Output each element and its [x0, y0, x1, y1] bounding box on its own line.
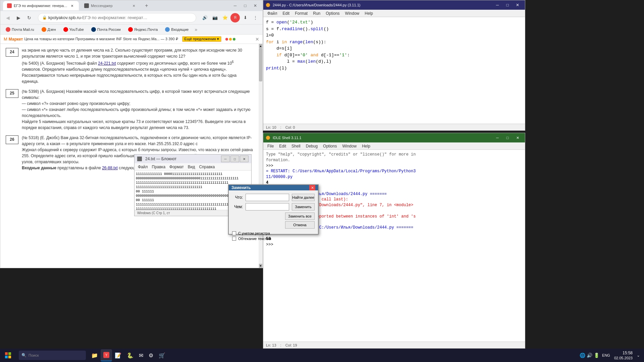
- shell-menu-options[interactable]: Options: [320, 143, 339, 149]
- taskbar-item-store[interactable]: 🛒: [156, 349, 168, 361]
- taskbar-item-mail[interactable]: ✉: [136, 349, 146, 361]
- menu-file[interactable]: Файл: [265, 10, 280, 16]
- taskbar-search[interactable]: 🔍 Поиск: [19, 351, 86, 360]
- forward-button[interactable]: ▶: [14, 13, 23, 22]
- taskbar-item-notepad[interactable]: 📝: [112, 349, 124, 361]
- scroll-up-arrow[interactable]: ▲: [259, 44, 262, 48]
- tray-network-icon[interactable]: 🌐: [580, 353, 585, 358]
- browser-close[interactable]: ✕: [251, 1, 260, 10]
- notepad-minimize[interactable]: ─: [221, 156, 230, 162]
- market-dot-green[interactable]: [233, 38, 235, 41]
- back-button[interactable]: ◀: [3, 13, 12, 22]
- market-close-button[interactable]: ✕: [255, 37, 259, 42]
- profile-button[interactable]: Я: [230, 13, 240, 22]
- market-dot-yellow[interactable]: [229, 38, 232, 41]
- link-26-88[interactable]: 26-88.txt: [102, 166, 118, 170]
- idle-editor-code[interactable]: f = open('24.txt') s = f.readline().spli…: [263, 17, 525, 124]
- wrap-checkbox[interactable]: [232, 237, 236, 241]
- find-input[interactable]: [246, 194, 289, 201]
- code-line-3: l=0: [266, 32, 522, 39]
- browser-tab-active[interactable]: ЕГЭ по информатике: генератор в... ✕: [3, 1, 79, 10]
- menu-format[interactable]: Format: [292, 10, 310, 16]
- sync-button[interactable]: ⬇: [240, 13, 250, 22]
- menu-run[interactable]: Run: [310, 10, 323, 16]
- taskbar-item-browser[interactable]: Y: [101, 349, 112, 361]
- case-checkbox[interactable]: [232, 231, 236, 235]
- bookmarks-more[interactable]: »: [195, 27, 197, 32]
- browser-minimize[interactable]: ─: [230, 1, 240, 10]
- notepad-controls: ─ □ ✕: [221, 156, 249, 162]
- notepad-menu-view[interactable]: Вид: [186, 164, 197, 170]
- store-taskbar-icon: 🛒: [159, 352, 165, 359]
- shell-menu-help[interactable]: Help: [359, 143, 373, 149]
- notepad-menu-edit[interactable]: Правка: [150, 164, 168, 170]
- idle-editor-ln: Ln: 10: [266, 125, 276, 129]
- cancel-row: Отмена: [232, 221, 315, 229]
- shell-menu-debug[interactable]: Debug: [303, 143, 320, 149]
- menu-options[interactable]: Options: [323, 10, 342, 16]
- taskbar-clock[interactable]: 15:58 02.05.2023: [613, 350, 634, 360]
- shell-menu-edit[interactable]: Edit: [276, 143, 289, 149]
- tab-close-button[interactable]: ✕: [69, 3, 75, 8]
- browser-tab-messenger[interactable]: Мессенджер ✕: [80, 1, 141, 10]
- cancel-button[interactable]: Отмена: [285, 221, 315, 229]
- replace-button[interactable]: Заменить: [292, 203, 315, 210]
- star-button[interactable]: ⭐: [220, 13, 230, 22]
- idle-maximize-button[interactable]: □: [503, 2, 512, 8]
- idle-close-button[interactable]: ✕: [513, 2, 522, 8]
- bookmark-yandex[interactable]: Яндекс.Почта: [125, 26, 161, 33]
- notepad-close[interactable]: ✕: [240, 156, 249, 162]
- tray-battery-icon[interactable]: 🔋: [594, 353, 599, 358]
- bookmark-youtube[interactable]: YouTube: [61, 26, 87, 33]
- shell-menu-shell[interactable]: Shell: [289, 143, 303, 149]
- tray-volume-icon[interactable]: 🔊: [587, 353, 592, 358]
- taskbar-item-file-explorer[interactable]: 📁: [89, 349, 101, 361]
- shell-menu-file[interactable]: File: [265, 143, 276, 149]
- bookmark-pochta[interactable]: Почта России: [89, 26, 123, 33]
- market-offers-button[interactable]: Ещё предложения ▾: [182, 36, 221, 42]
- browser-tab-label: ЕГЭ по информатике: генератор в...: [14, 4, 67, 8]
- taskbar-item-python[interactable]: 🐍: [124, 349, 136, 361]
- idle-editor-titlebar: 2444.py - C:/Users/Илья/Downloads/2444.p…: [263, 0, 525, 10]
- replace-all-button[interactable]: Заменить все: [285, 213, 315, 220]
- shell-maximize[interactable]: □: [503, 134, 512, 141]
- replace-dialog-close[interactable]: ✕: [309, 185, 315, 190]
- find-next-button[interactable]: Найти далее: [292, 194, 315, 201]
- new-tab-button[interactable]: +: [142, 1, 151, 10]
- notepad-menu-format[interactable]: Формат: [167, 164, 186, 170]
- menu-help[interactable]: Help: [362, 10, 376, 16]
- notepad-menu-file[interactable]: Файл: [136, 164, 150, 170]
- browser-maximize[interactable]: □: [240, 1, 250, 10]
- bookmark-inbox[interactable]: Входящие: [162, 26, 191, 33]
- messenger-tab-close[interactable]: ✕: [131, 3, 137, 8]
- search-icon: 🔍: [21, 353, 26, 358]
- refresh-button[interactable]: ↻: [24, 13, 34, 22]
- language-indicator[interactable]: ENG: [601, 353, 611, 357]
- idle-minimize-button[interactable]: ─: [493, 2, 502, 8]
- tray-expand-button[interactable]: ⌄: [635, 353, 641, 358]
- notepad-maximize[interactable]: □: [230, 156, 239, 162]
- scroll-thumb[interactable]: [259, 48, 262, 81]
- yandex-icon: [128, 27, 133, 32]
- link-24-221[interactable]: 24-221.txt: [98, 61, 116, 66]
- shell-menu-window[interactable]: Window: [339, 143, 359, 149]
- bookmark-zen[interactable]: Дзен: [39, 26, 59, 33]
- start-button[interactable]: [0, 349, 16, 362]
- bookmark-mail[interactable]: Почта Mail.ru: [3, 26, 37, 33]
- shell-close[interactable]: ✕: [513, 134, 522, 141]
- replace-input[interactable]: [246, 203, 289, 210]
- market-dot-red[interactable]: [225, 38, 228, 41]
- menu-button[interactable]: ⋮: [251, 13, 260, 22]
- menu-edit[interactable]: Edit: [280, 10, 292, 16]
- shell-minimize[interactable]: ─: [493, 134, 502, 141]
- scroll-down-arrow[interactable]: ▼: [259, 264, 262, 268]
- notepad-menu-help[interactable]: Справка: [197, 164, 217, 170]
- screenshot-button[interactable]: 📷: [210, 13, 220, 22]
- shell-prompt1: >>>: [266, 163, 522, 169]
- taskbar-item-settings[interactable]: ⚙: [146, 349, 156, 361]
- menu-window[interactable]: Window: [342, 10, 362, 16]
- idle-shell-content[interactable]: Type "help", "copyright", "credits" or "…: [263, 150, 525, 342]
- address-bar[interactable]: 🔒 kpolyakov.spb.ru › ЕГЭ по информатике:…: [38, 13, 196, 22]
- shell-line-info2: formation.: [266, 158, 522, 163]
- mute-button[interactable]: 🔊: [200, 13, 210, 22]
